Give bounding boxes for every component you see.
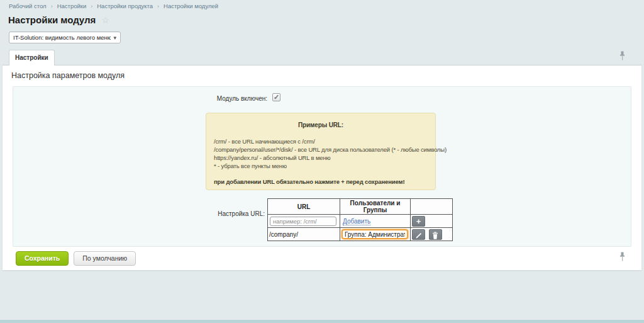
footer-buttons: Сохранить По умолчанию [16,251,136,266]
add-row-button[interactable]: + [412,216,425,227]
favorite-star-icon[interactable]: ☆ [101,15,109,25]
tab-settings[interactable]: Настройки [9,50,55,65]
edit-row-button[interactable] [412,229,425,240]
info-line: /crm/ - все URL начинающиеся с /crm/ [214,137,435,145]
pin-icon[interactable] [619,51,626,62]
breadcrumb-link-settings[interactable]: Настройки [57,3,87,9]
trash-icon [431,232,439,239]
page-title: Настройки модуля☆ [8,14,109,25]
info-box-lines: /crm/ - все URL начинающиеся с /crm/ /co… [214,137,435,170]
breadcrumb-link-product-settings[interactable]: Настройки продукта [97,3,153,9]
module-parameters-box: Модуль включен: Примеры URL: /crm/ - все… [13,86,631,247]
info-line: * - убрать все пункты меню [214,162,435,170]
breadcrumb-separator-icon: › [51,3,53,9]
panel-heading: Настройка параметров модуля [11,71,125,80]
info-line: https://yandex.ru/ - абсолютный URL в ме… [214,154,435,162]
info-line: /company/personal/user/*/disk/ - все URL… [214,145,435,154]
table-header-url: URL [268,199,340,215]
module-select-value: IT-Solution: видимость левого меню [13,34,111,41]
delete-row-button[interactable] [429,229,442,240]
pin-icon[interactable] [619,252,626,263]
page-title-text: Настройки модуля [8,14,96,25]
new-url-input[interactable] [270,217,336,226]
row-url-value: /company/ [268,228,340,241]
pencil-icon [415,232,423,239]
breadcrumb-separator-icon: › [91,3,92,9]
table-header-actions [411,199,453,215]
chevron-down-icon: ▾ [113,35,116,41]
module-select[interactable]: IT-Solution: видимость левого меню ▾ [9,31,121,43]
module-enabled-label: Модуль включен: [13,95,267,102]
table-header-users: Пользователи и Группы [340,199,411,215]
save-button[interactable]: Сохранить [16,251,69,266]
table-row: /company/ [268,228,453,241]
info-box-title: Примеры URL: [206,122,435,128]
default-button[interactable]: По умолчанию [74,251,136,266]
table-row-new: Добавить + [268,215,453,228]
breadcrumb-link-module-settings[interactable]: Настройки модулей [164,3,218,9]
add-users-link[interactable]: Добавить [343,218,370,225]
breadcrumb: Рабочий стол › Настройки › Настройки про… [9,3,218,9]
plus-icon: + [416,217,421,226]
url-settings-label: Настройка URL: [13,210,265,217]
breadcrumb-link-desktop[interactable]: Рабочий стол [9,3,47,9]
bottom-accent-bar [0,320,644,323]
module-enabled-checkbox[interactable] [272,93,280,101]
row-users-input[interactable] [341,229,408,239]
info-box-note: при добавлении URL обязательно нажмите +… [214,178,435,185]
url-examples-info-box: Примеры URL: /crm/ - все URL начинающиес… [206,113,436,190]
settings-panel: Настройка параметров модуля Модуль включ… [3,65,641,270]
url-settings-table: URL Пользователи и Группы Добавить + [267,198,453,241]
breadcrumb-separator-icon: › [157,3,159,9]
